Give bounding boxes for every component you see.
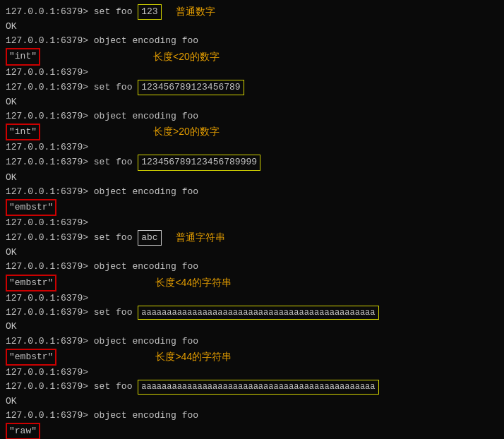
- ok-6: OK: [6, 395, 17, 409]
- line-5: 127.0.0.1:6379> set foo aaaaaaaaaaaaaaaa…: [6, 306, 498, 320]
- prompt-enc-5: 127.0.0.1:6379> object encoding foo: [6, 335, 198, 349]
- line-ok-6: OK: [6, 395, 498, 409]
- line-ok-3: OK: [6, 171, 498, 185]
- line-result-1: "int" 长度<20的数字: [6, 48, 498, 65]
- ok-3: OK: [6, 171, 17, 185]
- line-1: 127.0.0.1:6379> set foo 123 普通数字: [6, 4, 498, 20]
- prompt-enc-6: 127.0.0.1:6379> object encoding foo: [6, 409, 198, 423]
- ok-5: OK: [6, 320, 17, 334]
- line-enc-5: 127.0.0.1:6379> object encoding foo: [6, 335, 498, 349]
- value-abc: abc: [138, 230, 161, 246]
- line-ok-5: OK: [6, 320, 498, 334]
- line-enc-4: 127.0.0.1:6379> object encoding foo: [6, 260, 498, 274]
- line-ok-1: OK: [6, 20, 498, 34]
- line-enc-1: 127.0.0.1:6379> object encoding foo: [6, 34, 498, 48]
- result-int-2: "int": [6, 124, 40, 140]
- line-ok-4: OK: [6, 246, 498, 260]
- result-raw: "raw": [6, 423, 40, 439]
- result-int-1: "int": [6, 48, 40, 65]
- line-empty-3: 127.0.0.1:6379>: [6, 216, 498, 230]
- result-embstr-2: "embstr": [6, 275, 56, 291]
- line-3: 127.0.0.1:6379> set foo 1234567891234567…: [6, 155, 498, 170]
- annotation-gt20: 长度>20的数字: [153, 124, 220, 140]
- prompt-5: 127.0.0.1:6379> set foo: [6, 306, 138, 320]
- annotation-lt44: 长度<44的字符串: [155, 275, 232, 291]
- annotation-normal-number: 普通数字: [176, 4, 215, 20]
- line-enc-6: 127.0.0.1:6379> object encoding foo: [6, 409, 498, 423]
- line-ok-2: OK: [6, 95, 498, 109]
- line-enc-2: 127.0.0.1:6379> object encoding foo: [6, 109, 498, 124]
- value-gt20: 123456789123456789999: [138, 155, 260, 170]
- line-result-4: "embstr" 长度<44的字符串: [6, 275, 498, 291]
- terminal: 127.0.0.1:6379> set foo 123 普通数字 OK 127.…: [0, 0, 504, 439]
- prompt-empty-2: 127.0.0.1:6379>: [6, 140, 88, 155]
- result-embstr-1: "embstr": [6, 199, 56, 216]
- ok-4: OK: [6, 246, 17, 260]
- annotation-gt44: 长度>44的字符串: [155, 349, 232, 365]
- prompt-enc-4: 127.0.0.1:6379> object encoding foo: [6, 260, 198, 274]
- prompt-empty-4: 127.0.0.1:6379>: [6, 291, 88, 306]
- line-result-2: "int" 长度>20的数字: [6, 124, 498, 140]
- line-empty-2: 127.0.0.1:6379>: [6, 140, 498, 155]
- prompt-empty-3: 127.0.0.1:6379>: [6, 216, 88, 230]
- prompt-4: 127.0.0.1:6379> set foo: [6, 231, 138, 245]
- ok-1: OK: [6, 20, 17, 34]
- line-2: 127.0.0.1:6379> set foo 1234567891234567…: [6, 80, 498, 95]
- line-enc-3: 127.0.0.1:6379> object encoding foo: [6, 185, 498, 199]
- value-lt20: 123456789123456789: [138, 80, 244, 95]
- value-45: aaaaaaaaaaaaaaaaaaaaaaaaaaaaaaaaaaaaaaaa…: [138, 380, 378, 395]
- ok-2: OK: [6, 95, 17, 109]
- line-result-5: "embstr" 长度>44的字符串: [6, 349, 498, 366]
- prompt-enc-1: 127.0.0.1:6379> object encoding foo: [6, 34, 198, 48]
- result-embstr-3: "embstr": [6, 349, 56, 366]
- line-empty-1: 127.0.0.1:6379>: [6, 66, 498, 80]
- prompt-1: 127.0.0.1:6379> set foo: [6, 5, 138, 19]
- prompt-empty-5: 127.0.0.1:6379>: [6, 366, 88, 380]
- annotation-lt20: 长度<20的数字: [153, 49, 220, 65]
- prompt-enc-2: 127.0.0.1:6379> object encoding foo: [6, 109, 198, 124]
- line-empty-4: 127.0.0.1:6379>: [6, 291, 498, 306]
- prompt-2: 127.0.0.1:6379> set foo: [6, 80, 138, 95]
- line-result-3: "embstr": [6, 199, 498, 216]
- value-44: aaaaaaaaaaaaaaaaaaaaaaaaaaaaaaaaaaaaaaaa…: [138, 306, 378, 320]
- line-4: 127.0.0.1:6379> set foo abc 普通字符串: [6, 230, 498, 246]
- prompt-enc-3: 127.0.0.1:6379> object encoding foo: [6, 185, 198, 199]
- prompt-3: 127.0.0.1:6379> set foo: [6, 155, 138, 169]
- line-6: 127.0.0.1:6379> set foo aaaaaaaaaaaaaaaa…: [6, 380, 498, 395]
- value-123: 123: [138, 4, 161, 20]
- line-empty-5: 127.0.0.1:6379>: [6, 366, 498, 380]
- prompt-empty-1: 127.0.0.1:6379>: [6, 66, 88, 80]
- prompt-6: 127.0.0.1:6379> set foo: [6, 380, 138, 394]
- annotation-normal-string: 普通字符串: [176, 230, 225, 246]
- line-result-6: "raw": [6, 423, 498, 439]
